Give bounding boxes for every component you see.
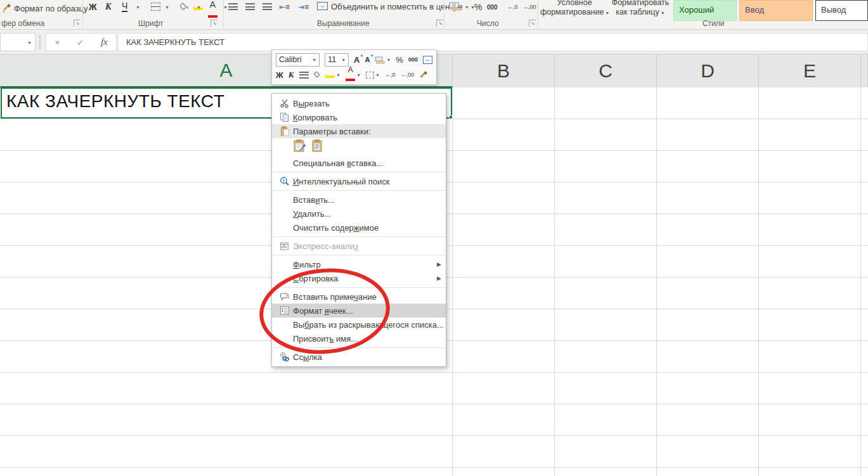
decrease-decimal-icon[interactable]: →,00 (522, 4, 536, 10)
column-header-D[interactable]: D (657, 55, 759, 87)
link-icon (276, 352, 293, 362)
underline-dropdown-icon[interactable]: ▼ (136, 5, 140, 10)
grid-vline (452, 87, 453, 476)
decrease-indent-icon[interactable]: ⇤≡ (279, 3, 290, 11)
borders-icon[interactable] (151, 3, 160, 11)
menu-item-выбрать-из-раскрывающегося-списка[interactable]: Выбрать из раскрывающегося списка... (272, 318, 446, 331)
menu-item-вставить-примечание[interactable]: Вставить примечание (272, 290, 446, 304)
grid-vline (860, 87, 861, 476)
grid-vline (554, 87, 555, 476)
increase-decimal-mini-icon[interactable]: ←,0 (385, 72, 396, 78)
format-as-table-dropdown-icon[interactable]: ▼ (661, 11, 665, 15)
center-align-mini-icon[interactable] (299, 72, 309, 79)
decrease-font-size-icon[interactable]: А▼ (365, 56, 370, 63)
align-right-icon[interactable] (262, 3, 272, 10)
font-dialog-launcher-icon[interactable]: ↘ (211, 20, 217, 27)
number-dialog-launcher-icon[interactable]: ↘ (529, 20, 536, 27)
style-cell-1[interactable]: Хороший (673, 0, 737, 21)
alignment-group-label: Выравнивание (317, 19, 370, 28)
accounting-format-icon[interactable]: ▼ (375, 56, 391, 64)
menu-item-label: Формат ячеек... (293, 306, 446, 316)
menu-item-формат-ячеек[interactable]: Формат ячеек... (272, 304, 446, 318)
menu-item-копировать[interactable]: Копировать (272, 110, 446, 124)
name-box-dropdown-icon[interactable]: ▼ (27, 41, 32, 45)
menu-item-label: Экспресс-анализ (293, 241, 446, 251)
fill-color-mini-icon[interactable]: ▼ (314, 70, 341, 80)
menu-item-вырезать[interactable]: Вырезать (272, 96, 446, 110)
number-format-icon[interactable] (449, 1, 462, 13)
name-box[interactable]: ▼ (0, 33, 36, 51)
menu-item-специальная-вставка[interactable]: Специальная вставка... (272, 156, 446, 170)
italic-button[interactable]: К (105, 2, 112, 12)
percent-style-button[interactable]: % (474, 2, 482, 12)
menu-item-label: Присвоить имя... (293, 334, 446, 344)
menu-item-удалить[interactable]: Удалить... (272, 207, 446, 221)
increase-decimal-icon[interactable]: ←,0 (507, 4, 518, 10)
cancel-entry-icon[interactable]: × (55, 37, 60, 48)
conditional-formatting-dropdown-icon[interactable]: ▼ (605, 11, 609, 15)
font-size-select[interactable]: 11▼ (325, 53, 349, 67)
column-header-partial[interactable] (861, 55, 868, 87)
font-name-select[interactable]: Calibri▼ (276, 53, 320, 67)
ribbon: Формат по образцу фер обмена ↘ Ж К Ч ▼ ▼… (0, 0, 868, 30)
menu-item-присвоить-имя[interactable]: Присвоить имя... (272, 331, 446, 345)
menu-item-label: Ссылка (293, 352, 446, 362)
menu-separator (273, 172, 445, 172)
menu-item-параметры-вставки[interactable]: Параметры вставки: (272, 124, 446, 138)
clipboard-dialog-launcher-icon[interactable]: ↘ (74, 20, 81, 27)
menu-item-фильтр[interactable]: Фильтр▶ (272, 257, 446, 271)
conditional-formatting-button[interactable]: Условное форматирование▼ (540, 0, 609, 18)
formula-input[interactable]: КАК ЗАЧЕРКНУТЬ ТЕКСТ (118, 33, 868, 51)
menu-item-очистить-содержимое[interactable]: Очистить содержимое (272, 221, 446, 235)
column-header-B[interactable]: B (453, 55, 555, 87)
mini-toolbar: Calibri▼ 11▼ А▲ А▼ ▼ % 000 ↔ Ж К ▼ А ▼ (271, 49, 437, 85)
menu-item-label: Фильтр (293, 260, 437, 269)
confirm-entry-icon[interactable]: ✓ (77, 37, 84, 48)
grid-vline (656, 87, 657, 476)
comma-style-icon[interactable]: 000 (408, 56, 418, 63)
increase-font-size-icon[interactable]: А▲ (354, 55, 360, 65)
align-center-icon[interactable] (245, 3, 255, 10)
menu-item-вставить[interactable]: Вставить... (272, 193, 446, 207)
column-header-E[interactable]: E (759, 55, 861, 87)
borders-mini-icon[interactable]: ▼ (366, 72, 380, 79)
merge-center-mini-icon[interactable]: ↔ (423, 56, 432, 64)
menu-item-сортировка[interactable]: Сортировка▶ (272, 271, 446, 285)
percent-style-icon[interactable]: % (396, 55, 403, 65)
format-painter-mini-icon[interactable] (419, 71, 428, 79)
menu-item-label: Вставить... (293, 195, 446, 205)
paste-clipboard-icon[interactable] (311, 139, 324, 155)
alignment-dialog-launcher-icon[interactable]: ↘ (436, 20, 443, 27)
merge-center-icon[interactable]: ↔ (317, 2, 328, 10)
font-color-icon[interactable]: А (208, 0, 217, 20)
format-as-table-button[interactable]: Форматировать как таблицу▼ (610, 0, 671, 18)
font-color-mini-icon[interactable]: А ▼ (346, 67, 361, 83)
font-color-dropdown-icon[interactable]: ▼ (223, 5, 228, 10)
style-cell-2[interactable]: Ввод (739, 0, 813, 21)
submenu-arrow-icon: ▶ (437, 275, 441, 281)
style-cell-3[interactable]: Вывод (815, 0, 868, 21)
merge-center-button[interactable]: Объединить и поместить в центре (331, 2, 463, 11)
italic-mini-button[interactable]: К (288, 70, 294, 80)
decrease-decimal-mini-icon[interactable]: →,00 (401, 72, 415, 78)
insert-function-icon[interactable]: fx (101, 37, 108, 48)
menu-item-интеллектуальный-поиск[interactable]: Интеллектуальный поиск (272, 174, 446, 188)
font-name-dropdown-icon: ▼ (312, 58, 316, 62)
number-format-dropdown-icon[interactable]: ▼ (465, 5, 469, 10)
fill-color-dropdown-icon[interactable]: ▼ (197, 5, 201, 10)
increase-indent-icon[interactable]: ⇥≡ (298, 3, 309, 11)
borders-dropdown-icon[interactable]: ▼ (165, 5, 169, 10)
formula-bar-divider (39, 35, 41, 49)
paste-keep-formatting-icon[interactable] (293, 139, 306, 155)
align-left-icon[interactable] (228, 3, 238, 10)
underline-button[interactable]: Ч (122, 1, 127, 12)
comma-style-button[interactable]: 000 (487, 4, 498, 11)
menu-item-ссылка[interactable]: Ссылка (272, 350, 446, 364)
menu-item-экспресс-анализ: Экспресс-анализ (272, 239, 446, 253)
bold-mini-button[interactable]: Ж (276, 70, 283, 80)
format-painter-button[interactable]: Формат по образцу (14, 4, 88, 13)
column-header-C[interactable]: C (555, 55, 657, 87)
submenu-arrow-icon: ▶ (437, 261, 441, 267)
bold-button[interactable]: Ж (89, 2, 97, 12)
fill-handle[interactable] (449, 115, 453, 119)
